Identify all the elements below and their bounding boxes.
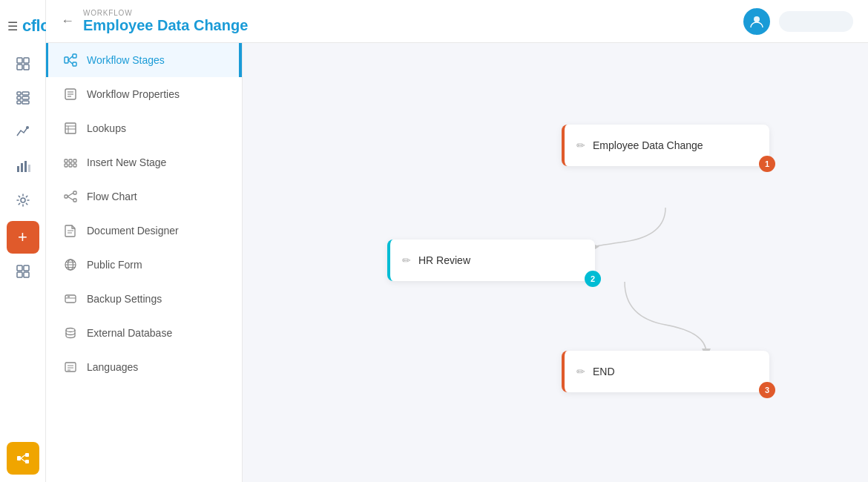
flow-chart-icon	[63, 190, 78, 203]
workflow-properties-icon	[63, 88, 78, 101]
svg-point-60	[66, 329, 75, 332]
svg-rect-28	[73, 62, 76, 66]
svg-rect-2	[17, 65, 22, 70]
search-bar[interactable]	[779, 11, 853, 32]
node-2-badge: 2	[585, 271, 601, 287]
edit-icon-node-3[interactable]: ✏	[576, 366, 585, 377]
svg-rect-1	[24, 58, 29, 63]
svg-line-23	[21, 455, 25, 459]
node-2-label: HR Review	[418, 254, 470, 266]
menu-item-workflow-stages[interactable]: Workflow Stages	[46, 43, 242, 77]
menu-item-workflow-properties[interactable]: Workflow Properties	[46, 77, 242, 111]
public-form-icon	[63, 258, 78, 271]
back-button[interactable]: ←	[61, 13, 74, 29]
active-indicator	[239, 43, 242, 77]
svg-rect-8	[17, 101, 21, 104]
menu-label-flow-chart: Flow Chart	[87, 191, 137, 202]
menu-label-lookups: Lookups	[87, 122, 126, 134]
menu-label-workflow-properties: Workflow Properties	[87, 88, 180, 100]
add-button[interactable]: +	[7, 221, 39, 254]
menu-item-external-database[interactable]: External Database	[46, 316, 242, 350]
flow-node-hr-review[interactable]: ✏ HR Review 2	[387, 240, 595, 281]
svg-rect-16	[17, 265, 22, 271]
menu-label-backup-settings: Backup Settings	[87, 293, 162, 305]
svg-rect-39	[65, 159, 68, 162]
svg-point-25	[754, 16, 760, 22]
icon-sidebar: ☰ cflow	[0, 0, 46, 482]
svg-rect-41	[69, 159, 72, 162]
svg-rect-57	[65, 295, 76, 303]
content-row: Workflow Stages Workflow Properties	[46, 43, 868, 482]
top-bar-left: ← WORKFLOW Employee Data Change	[61, 9, 248, 34]
workflow-stages-icon	[63, 53, 78, 67]
insert-stage-icon	[63, 156, 78, 169]
menu-item-lookups[interactable]: Lookups	[46, 111, 242, 145]
svg-rect-43	[73, 159, 76, 162]
svg-rect-26	[65, 57, 68, 63]
svg-line-30	[68, 60, 73, 65]
breadcrumb: WORKFLOW	[83, 9, 248, 17]
svg-rect-19	[24, 272, 29, 277]
breadcrumb-section: WORKFLOW Employee Data Change	[83, 9, 248, 34]
top-bar-right	[743, 8, 853, 35]
nav-icon-chart[interactable]	[7, 116, 39, 148]
nav-icon-apps[interactable]	[7, 255, 39, 288]
svg-rect-6	[17, 96, 21, 99]
nav-icon-workflow[interactable]	[7, 442, 39, 475]
nav-icon-grid[interactable]	[7, 82, 39, 114]
svg-rect-14	[28, 165, 30, 172]
edit-icon-node-1[interactable]: ✏	[576, 139, 585, 151]
svg-rect-46	[73, 191, 76, 194]
svg-rect-5	[22, 92, 29, 95]
lookups-icon	[63, 122, 78, 135]
menu-item-public-form[interactable]: Public Form	[46, 248, 242, 282]
node-3-badge: 3	[759, 382, 775, 398]
nav-icon-settings[interactable]	[7, 184, 39, 217]
user-avatar[interactable]	[743, 8, 770, 35]
nav-icon-analytics[interactable]	[7, 150, 39, 182]
svg-rect-21	[25, 453, 29, 457]
menu-item-flow-chart[interactable]: Flow Chart	[46, 179, 242, 214]
svg-rect-27	[73, 54, 76, 58]
svg-rect-4	[17, 92, 21, 95]
svg-rect-35	[65, 123, 76, 133]
svg-line-49	[68, 197, 73, 200]
svg-rect-7	[22, 96, 29, 99]
main-container: ← WORKFLOW Employee Data Change	[46, 0, 868, 482]
hamburger-icon[interactable]: ☰	[7, 19, 18, 33]
menu-label-document-designer: Document Designer	[87, 225, 179, 237]
nav-icon-dashboard[interactable]	[7, 47, 39, 80]
svg-rect-47	[73, 199, 76, 202]
svg-rect-9	[22, 101, 29, 104]
svg-rect-11	[17, 166, 19, 172]
logo-area: ☰ cflow	[0, 6, 45, 46]
edit-icon-node-2[interactable]: ✏	[402, 254, 411, 266]
menu-label-languages: Languages	[87, 361, 138, 373]
menu-label-external-database: External Database	[87, 327, 172, 339]
node-1-badge: 1	[759, 156, 775, 172]
svg-rect-42	[69, 164, 72, 167]
svg-rect-22	[25, 460, 29, 463]
flow-node-end[interactable]: ✏ END 3	[562, 351, 769, 392]
flow-node-employee-data-change[interactable]: ✏ Employee Data Change 1	[562, 125, 769, 166]
svg-rect-12	[21, 163, 23, 172]
menu-sidebar: Workflow Stages Workflow Properties	[46, 43, 243, 482]
node-3-label: END	[593, 366, 615, 377]
canvas-area: ✏ Employee Data Change 1 ✏ HR Review 2 ✏…	[243, 43, 868, 482]
menu-item-document-designer[interactable]: Document Designer	[46, 214, 242, 248]
svg-rect-18	[17, 272, 22, 277]
page-title: Employee Data Change	[83, 17, 248, 34]
menu-item-insert-new-stage[interactable]: Insert New Stage	[46, 145, 242, 179]
menu-item-backup-settings[interactable]: Backup Settings	[46, 282, 242, 316]
svg-rect-59	[68, 297, 70, 298]
svg-rect-45	[65, 195, 68, 198]
svg-rect-0	[17, 58, 22, 63]
menu-item-languages[interactable]: Languages	[46, 350, 242, 384]
svg-rect-17	[24, 265, 29, 271]
document-designer-icon	[63, 224, 78, 237]
svg-line-29	[68, 56, 73, 61]
svg-point-10	[26, 126, 29, 129]
svg-point-15	[21, 198, 25, 202]
languages-icon	[63, 360, 78, 374]
svg-rect-40	[65, 164, 68, 167]
